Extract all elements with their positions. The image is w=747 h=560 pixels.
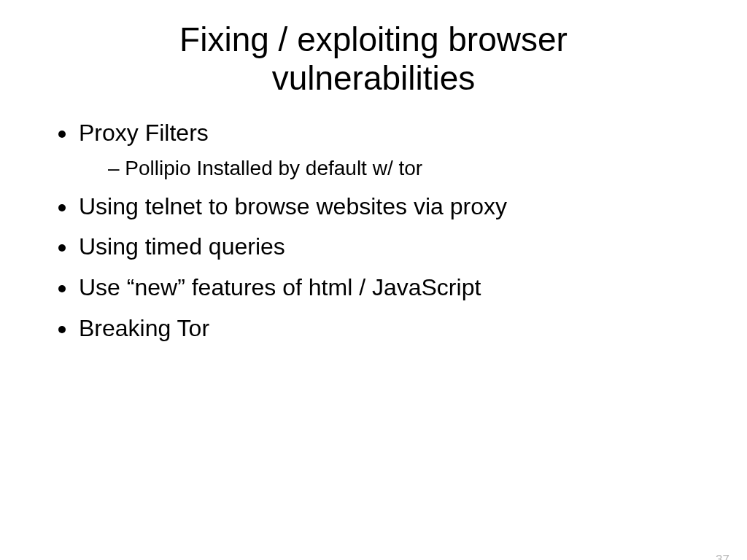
- sub-bullet-text: Pollipio Installed by default w/ tor: [125, 157, 422, 179]
- bullet-text: Breaking Tor: [79, 315, 209, 341]
- sub-bullet-list: Pollipio Installed by default w/ tor: [79, 152, 703, 184]
- bullet-text: Use “new” features of html / JavaScript: [79, 274, 481, 300]
- bullet-text: Using telnet to browse websites via prox…: [79, 193, 507, 219]
- bullet-item: Breaking Tor: [77, 311, 703, 347]
- page-number: 37: [716, 553, 729, 560]
- bullet-text: Using timed queries: [79, 233, 285, 260]
- bullet-text: Proxy Filters: [79, 120, 209, 146]
- title-line-2: vulnerabilities: [272, 59, 476, 97]
- bullet-list: Proxy Filters Pollipio Installed by defa…: [50, 115, 703, 346]
- sub-bullet-item: Pollipio Installed by default w/ tor: [108, 152, 703, 184]
- bullet-item: Using telnet to browse websites via prox…: [77, 189, 703, 225]
- slide-body: Proxy Filters Pollipio Installed by defa…: [50, 115, 703, 346]
- bullet-item: Use “new” features of html / JavaScript: [77, 270, 703, 306]
- slide: Fixing / exploiting browser vulnerabilit…: [0, 20, 747, 560]
- title-line-1: Fixing / exploiting browser: [179, 20, 568, 58]
- slide-title: Fixing / exploiting browser vulnerabilit…: [0, 20, 747, 98]
- bullet-item: Proxy Filters Pollipio Installed by defa…: [77, 115, 703, 184]
- bullet-item: Using timed queries: [77, 229, 703, 265]
